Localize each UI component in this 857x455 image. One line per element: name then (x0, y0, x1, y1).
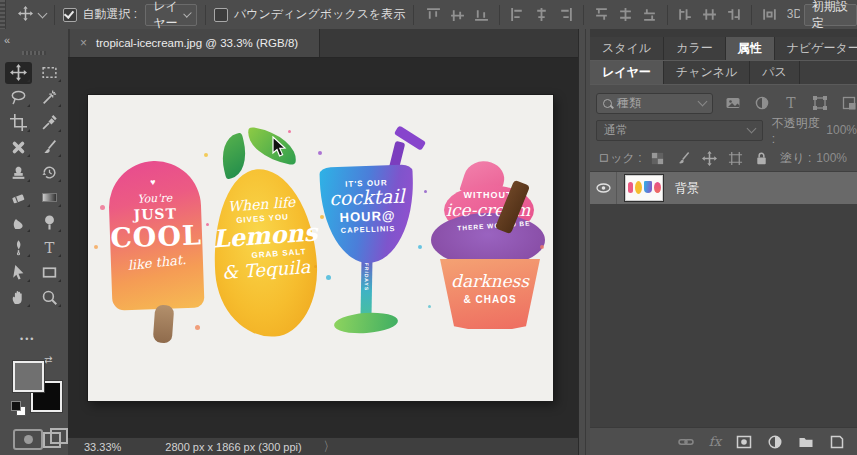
collapse-toolbar-button[interactable]: « (4, 34, 9, 46)
shape-layer-filter-icon[interactable] (812, 95, 828, 111)
foreground-color-swatch[interactable] (13, 361, 44, 392)
close-tab-icon[interactable]: × (80, 36, 87, 50)
align-horizontal-center-icon[interactable] (534, 7, 549, 22)
crop-tool[interactable] (5, 112, 32, 134)
quick-mask-button[interactable] (13, 429, 43, 450)
zoom-level-field[interactable]: 33.33% (84, 441, 121, 453)
gradient-tool[interactable] (36, 187, 63, 209)
align-top-icon[interactable] (426, 7, 441, 22)
layer-mask-icon[interactable] (736, 434, 752, 450)
separator (413, 5, 414, 25)
edit-toolbar-button[interactable]: ••• (20, 334, 35, 344)
panel-top-strip (590, 29, 857, 37)
icecream-text: ice-cream (433, 202, 543, 220)
shape-tool[interactable] (36, 262, 63, 284)
svg-text:T: T (45, 239, 55, 256)
dodge-tool[interactable] (36, 212, 63, 234)
zoom-tool[interactable] (36, 287, 63, 309)
distribute-vertical-center-icon[interactable] (618, 7, 633, 22)
lasso-tool[interactable] (5, 87, 32, 109)
distribute-bottom-icon[interactable] (642, 7, 657, 22)
magic-wand-tool[interactable] (36, 87, 63, 109)
align-bottom-icon[interactable] (474, 7, 489, 22)
lock-label: ロック : (598, 150, 642, 167)
layer-row-background[interactable]: 背景 (590, 172, 857, 204)
pen-tool[interactable] (5, 237, 32, 259)
align-vertical-center-icon[interactable] (450, 7, 465, 22)
layer-thumbnail[interactable] (625, 175, 663, 201)
status-chevron-icon[interactable]: 〉 (324, 438, 334, 455)
document-title: tropical-icecream.jpg @ 33.3% (RGB/8) (96, 37, 298, 49)
healing-brush-tool[interactable] (5, 137, 32, 159)
distribute-top-icon[interactable] (594, 7, 609, 22)
brush-tool[interactable] (36, 137, 63, 159)
current-tool-button[interactable] (18, 6, 46, 24)
panel-tab[interactable]: カラー (664, 37, 726, 60)
smudge-tool[interactable] (5, 212, 32, 234)
panel-tab[interactable]: スタイル (590, 37, 664, 60)
auto-select-target-dropdown[interactable]: レイヤー (145, 4, 197, 26)
smart-object-filter-icon[interactable] (841, 95, 857, 111)
panel-tab[interactable]: ナビゲーター (775, 37, 857, 60)
checkbox-unchecked-icon[interactable] (214, 8, 228, 22)
move-tool[interactable] (5, 62, 32, 84)
bounding-box-checkbox[interactable]: バウンディングボックスを表示 (214, 6, 405, 23)
cocktail-text: HOUR@ (321, 208, 414, 225)
new-layer-icon[interactable] (829, 434, 845, 450)
3d-preset-dropdown[interactable]: 初期設定 (804, 4, 857, 26)
distribute-horizontal-center-icon[interactable] (702, 7, 717, 22)
checkbox-checked-icon[interactable] (63, 8, 77, 22)
lock-artboard-icon[interactable] (728, 151, 743, 166)
adjustment-layer-filter-icon[interactable] (754, 95, 770, 111)
blend-mode-dropdown[interactable]: 通常 (596, 120, 763, 141)
clone-stamp-tool[interactable] (5, 162, 32, 184)
type-layer-filter-icon[interactable]: T (783, 95, 799, 111)
document-canvas[interactable]: You're JUST COOL like that. ♥ When life … (88, 95, 553, 401)
options-bar-grip[interactable] (0, 0, 6, 29)
eyedropper-tool[interactable] (36, 112, 63, 134)
pixel-layer-filter-icon[interactable] (725, 95, 741, 111)
adjustment-layer-icon[interactable] (767, 434, 783, 450)
fill-value[interactable]: 100% (816, 151, 847, 165)
hand-tool[interactable] (5, 287, 32, 309)
screen-mode-button[interactable] (43, 428, 65, 447)
layer-search-input[interactable]: 種類 (596, 93, 713, 114)
panel-tab[interactable]: パス (750, 61, 800, 84)
panel-tab[interactable]: 属性 (726, 37, 775, 60)
lock-all-icon[interactable] (754, 151, 769, 166)
opacity-value[interactable]: 100% (826, 123, 857, 137)
distribute-spacing-icon[interactable] (762, 7, 777, 22)
distribute-right-icon[interactable] (726, 7, 741, 22)
cocktail-stem: 5-6PM FRIDAYS (360, 257, 372, 319)
layer-filter-icons: T (725, 95, 857, 111)
tool-grid: T (3, 60, 65, 310)
panel-tab[interactable]: チャンネル (664, 61, 750, 84)
bounding-box-label: バウンディングボックスを表示 (234, 6, 405, 23)
layer-visibility-toggle[interactable] (590, 172, 617, 204)
document-tab[interactable]: × tropical-icecream.jpg @ 33.3% (RGB/8) (70, 29, 320, 57)
auto-select-checkbox[interactable]: 自動選択 : (63, 6, 138, 23)
align-right-icon[interactable] (558, 7, 573, 22)
align-left-icon[interactable] (510, 7, 525, 22)
type-tool[interactable]: T (36, 237, 63, 259)
paint-splatter (318, 151, 322, 155)
new-group-icon[interactable] (798, 434, 814, 450)
layer-list: 背景 (590, 171, 857, 427)
lock-position-icon[interactable] (702, 151, 717, 166)
distribute-left-icon[interactable] (678, 7, 693, 22)
path-select-tool[interactable] (5, 262, 32, 284)
cocktail-text: CAPELLINIS (321, 224, 414, 235)
layer-style-icon[interactable]: fx (709, 434, 721, 449)
eraser-tool[interactable] (5, 187, 32, 209)
swap-colors-icon[interactable]: ⇄ (44, 354, 52, 365)
link-layers-icon[interactable] (678, 434, 694, 450)
panel-tab[interactable]: レイヤー (590, 61, 664, 84)
toolbar-grip[interactable] (22, 51, 46, 55)
lock-row: ロック : 塗り : 100% (590, 146, 857, 170)
history-brush-tool[interactable] (36, 162, 63, 184)
lock-transparency-icon[interactable] (650, 151, 665, 166)
lock-brush-icon[interactable] (676, 151, 691, 166)
default-colors-icon[interactable] (11, 401, 25, 415)
paint-splatter (326, 275, 331, 280)
marquee-tool[interactable] (36, 62, 63, 84)
